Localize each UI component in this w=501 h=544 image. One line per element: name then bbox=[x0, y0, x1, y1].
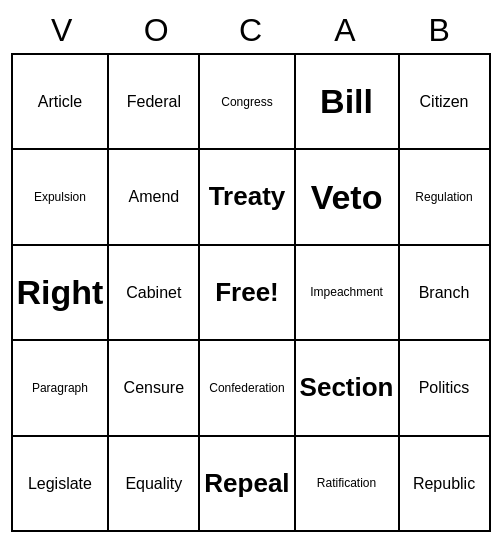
cell-text-0-2: Congress bbox=[221, 95, 272, 109]
grid-cell-3-4: Politics bbox=[400, 341, 491, 436]
cell-text-1-0: Expulsion bbox=[34, 190, 86, 204]
cell-text-2-4: Branch bbox=[419, 283, 470, 302]
grid-cell-0-0: Article bbox=[13, 55, 110, 150]
cell-text-0-4: Citizen bbox=[420, 92, 469, 111]
bingo-card: VOCAB ArticleFederalCongressBillCitizenE… bbox=[11, 12, 491, 532]
bingo-header: VOCAB bbox=[11, 12, 491, 49]
grid-cell-2-4: Branch bbox=[400, 246, 491, 341]
cell-text-4-1: Equality bbox=[125, 474, 182, 493]
cell-text-2-3: Impeachment bbox=[310, 285, 383, 299]
cell-text-0-3: Bill bbox=[320, 81, 373, 122]
cell-text-0-1: Federal bbox=[127, 92, 181, 111]
cell-text-1-2: Treaty bbox=[209, 181, 286, 212]
grid-cell-1-0: Expulsion bbox=[13, 150, 110, 245]
grid-cell-4-4: Republic bbox=[400, 437, 491, 532]
grid-cell-2-1: Cabinet bbox=[109, 246, 200, 341]
grid-cell-1-4: Regulation bbox=[400, 150, 491, 245]
grid-cell-2-2: Free! bbox=[200, 246, 295, 341]
cell-text-0-0: Article bbox=[38, 92, 82, 111]
cell-text-3-1: Censure bbox=[124, 378, 184, 397]
cell-text-4-3: Ratification bbox=[317, 476, 376, 490]
grid-cell-3-0: Paragraph bbox=[13, 341, 110, 436]
grid-cell-3-3: Section bbox=[296, 341, 400, 436]
cell-text-1-3: Veto bbox=[311, 177, 383, 218]
cell-text-3-4: Politics bbox=[419, 378, 470, 397]
grid-cell-1-3: Veto bbox=[296, 150, 400, 245]
header-letter-C: C bbox=[205, 12, 295, 49]
grid-cell-0-2: Congress bbox=[200, 55, 295, 150]
grid-cell-4-1: Equality bbox=[109, 437, 200, 532]
grid-cell-4-3: Ratification bbox=[296, 437, 400, 532]
cell-text-3-2: Confederation bbox=[209, 381, 284, 395]
grid-cell-3-1: Censure bbox=[109, 341, 200, 436]
header-letter-V: V bbox=[17, 12, 107, 49]
cell-text-2-1: Cabinet bbox=[126, 283, 181, 302]
header-letter-A: A bbox=[300, 12, 390, 49]
grid-cell-3-2: Confederation bbox=[200, 341, 295, 436]
cell-text-2-2: Free! bbox=[215, 277, 279, 308]
cell-text-3-0: Paragraph bbox=[32, 381, 88, 395]
header-letter-O: O bbox=[111, 12, 201, 49]
cell-text-4-4: Republic bbox=[413, 474, 475, 493]
cell-text-4-2: Repeal bbox=[204, 468, 289, 499]
cell-text-3-3: Section bbox=[300, 372, 394, 403]
grid-cell-1-2: Treaty bbox=[200, 150, 295, 245]
grid-cell-0-3: Bill bbox=[296, 55, 400, 150]
cell-text-4-0: Legislate bbox=[28, 474, 92, 493]
cell-text-2-0: Right bbox=[17, 272, 104, 313]
grid-cell-2-3: Impeachment bbox=[296, 246, 400, 341]
header-letter-B: B bbox=[394, 12, 484, 49]
grid-cell-0-1: Federal bbox=[109, 55, 200, 150]
grid-cell-4-0: Legislate bbox=[13, 437, 110, 532]
grid-cell-2-0: Right bbox=[13, 246, 110, 341]
grid-cell-4-2: Repeal bbox=[200, 437, 295, 532]
grid-cell-0-4: Citizen bbox=[400, 55, 491, 150]
grid-cell-1-1: Amend bbox=[109, 150, 200, 245]
bingo-grid: ArticleFederalCongressBillCitizenExpulsi… bbox=[11, 53, 491, 532]
cell-text-1-4: Regulation bbox=[415, 190, 472, 204]
cell-text-1-1: Amend bbox=[128, 187, 179, 206]
